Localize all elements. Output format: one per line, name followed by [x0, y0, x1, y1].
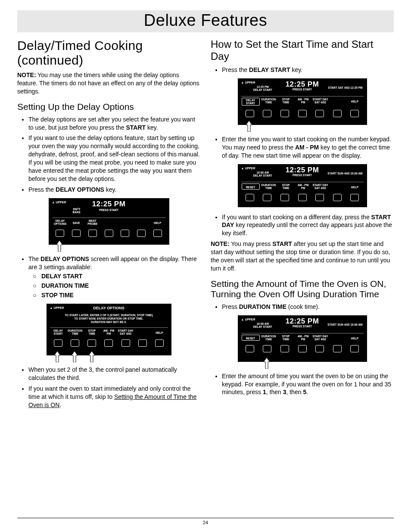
- button-row: [241, 108, 364, 118]
- list-item: DURATION TIME: [41, 282, 200, 290]
- panel-button[interactable]: [72, 230, 81, 237]
- button-row: [50, 338, 168, 348]
- panel-button[interactable]: [333, 345, 342, 352]
- columns: Delay/Timed Cooking (continued) NOTE: Yo…: [17, 36, 394, 412]
- btn-label: START DAYSAT 4/02: [312, 98, 329, 106]
- panel-button[interactable]: [56, 230, 64, 237]
- btn-label: DURATIONTIME: [260, 98, 277, 106]
- list-item: If you want to use the delay options fea…: [28, 134, 200, 183]
- sub-list: DELAY START DURATION TIME STOP TIME: [28, 272, 200, 299]
- list-item: If you want the oven to start immediatel…: [28, 385, 200, 409]
- panel-button[interactable]: [137, 230, 146, 237]
- btn-label: HELP: [151, 329, 168, 335]
- list-item: DELAY START: [41, 272, 200, 280]
- button-row: [241, 192, 364, 202]
- pointer-arrow-icon: [264, 358, 270, 369]
- list-item: Press the DELAY START key.: [222, 66, 394, 74]
- panel-button[interactable]: [246, 194, 254, 201]
- panel-button[interactable]: [121, 230, 129, 237]
- panel-button[interactable]: [333, 110, 342, 117]
- panel-button[interactable]: [298, 345, 307, 352]
- btn-label: DELAYSTART: [50, 329, 67, 335]
- panel-button[interactable]: [280, 110, 289, 117]
- control-panel-3: UPPER 12:25 PM START SAT 4/02 12:25 PM 1…: [238, 78, 367, 125]
- btn-label: AM - PMPM: [100, 329, 117, 335]
- btn-label: RESET: [242, 335, 260, 341]
- pointer-arrow-icon: [54, 351, 60, 362]
- panel-button[interactable]: [298, 194, 307, 201]
- btn-label: AM - PMPM: [295, 335, 312, 341]
- panel-button[interactable]: [333, 194, 342, 201]
- list-item: Press the DELAY OPTIONS key.: [28, 186, 200, 194]
- note-label: NOTE:: [211, 240, 230, 247]
- bullet-list-r5: Enter the amount of time you want the ov…: [211, 372, 394, 397]
- panel-button[interactable]: [153, 230, 162, 237]
- btn-label: HELP: [346, 184, 364, 190]
- control-panel-5: UPPER 12:25 PM START SUN 4/03 10:00 AM 1…: [238, 315, 367, 362]
- btn-label: START DAYSAT 4/02: [312, 184, 329, 190]
- list-item: Press DURATION TIME (cook time).: [222, 303, 394, 311]
- panel-button[interactable]: [315, 110, 324, 117]
- list-item: If you want to start cooking on a differ…: [222, 213, 394, 238]
- panel-button[interactable]: [155, 339, 164, 347]
- panel-button[interactable]: [350, 194, 359, 201]
- panel-button[interactable]: [54, 339, 62, 347]
- panel-button[interactable]: [104, 339, 113, 347]
- panel-button[interactable]: [138, 339, 147, 347]
- control-panel-2: UPPER DELAY OPTIONS TO START LATER, ENTE…: [47, 304, 171, 355]
- list-item: STOP TIME: [41, 291, 200, 299]
- panel-button[interactable]: [315, 194, 324, 201]
- panel-button[interactable]: [88, 230, 97, 237]
- panel-button[interactable]: [71, 339, 79, 347]
- svg-marker-2: [72, 351, 78, 362]
- panel-title: DELAY OPTIONS: [47, 306, 171, 310]
- panel-button[interactable]: [350, 345, 359, 352]
- panel-button[interactable]: [350, 110, 359, 117]
- btn-label: RESET: [242, 184, 260, 190]
- note-text: You may use the timers while using the d…: [17, 72, 199, 95]
- bullet-list-r3: If you want to start cooking on a differ…: [211, 213, 394, 238]
- subheading-duration: Setting the Amount of Time the Oven is O…: [211, 279, 394, 299]
- btn-label: HELP: [149, 219, 166, 225]
- page-banner: Deluxe Features: [17, 10, 394, 32]
- list-item: Enter the amount of time you want the ov…: [222, 372, 394, 397]
- panel-button[interactable]: [263, 194, 271, 201]
- btn-label: STOPTIME: [277, 335, 295, 341]
- btn-label: DURATIONTIME: [260, 184, 277, 190]
- pointer-arrow-icon: [246, 121, 252, 132]
- panel-button[interactable]: [263, 345, 271, 352]
- panel-button[interactable]: [280, 194, 289, 201]
- btn-label: SAVE: [68, 219, 84, 225]
- svg-marker-3: [89, 351, 95, 362]
- page-number: 24: [203, 520, 208, 525]
- btn-label: START DAYSAT 4/02: [312, 335, 329, 341]
- panel-button[interactable]: [246, 110, 254, 117]
- panel-button[interactable]: [87, 339, 96, 347]
- panel-button[interactable]: [105, 230, 113, 237]
- panel-button[interactable]: [246, 345, 254, 352]
- panel-button[interactable]: [315, 345, 324, 352]
- note-paragraph-2: NOTE: You may press START after you set …: [211, 240, 394, 273]
- bullet-list-r2: Enter the time you want to start cooking…: [211, 135, 394, 160]
- control-panel-1: UPPER 12:25 PM 350°FBAKE PRESS START DEL…: [49, 198, 169, 245]
- panel-button[interactable]: [121, 339, 130, 347]
- list-item: The delay options are set after you sele…: [28, 115, 200, 132]
- btn-label: HELP: [346, 335, 364, 341]
- svg-marker-0: [56, 240, 62, 252]
- button-row: [52, 228, 166, 238]
- btn-label: AM - PMPM: [295, 98, 312, 106]
- svg-marker-5: [264, 358, 270, 369]
- panel-button[interactable]: [280, 345, 289, 352]
- list-item: Enter the time you want to start cooking…: [222, 135, 394, 160]
- panel-button[interactable]: [298, 110, 307, 117]
- btn-label: STOPTIME: [277, 184, 295, 190]
- bullet-list-r4: Press DURATION TIME (cook time).: [211, 303, 394, 311]
- press-start-label: PRESS START: [49, 208, 169, 212]
- list-item: When you set 2 of the 3, the control pan…: [28, 366, 200, 382]
- panel-button[interactable]: [263, 110, 271, 117]
- btn-label: START DAYSAT 4/02: [117, 329, 134, 335]
- bullet-list-r1: Press the DELAY START key.: [211, 66, 394, 74]
- page-footer: 24: [17, 518, 394, 525]
- label-row: DELAYSTART DURATIONTIME STOPTIME AM - PM…: [241, 96, 364, 106]
- note-paragraph: NOTE: You may use the timers while using…: [17, 71, 200, 96]
